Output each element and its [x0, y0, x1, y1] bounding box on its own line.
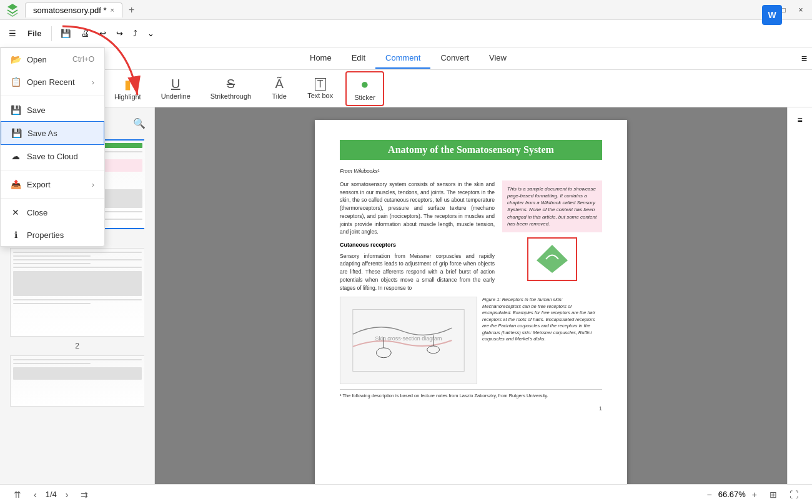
file-menu-label[interactable]: File	[22, 29, 46, 38]
sidebar-search-button[interactable]: 🔍	[129, 115, 149, 132]
more-button[interactable]: ⌄	[144, 26, 158, 41]
save-as-label: Save As	[27, 129, 57, 138]
pdf-source: From Wikibooks¹	[340, 167, 602, 175]
print-button[interactable]: 🖨	[77, 26, 93, 41]
close-icon: ✕	[11, 207, 21, 217]
pdf-pink-note: This is a sample document to showcase pa…	[502, 180, 602, 232]
close-window-button[interactable]: ×	[795, 4, 807, 16]
pdf-figure-area: Skin cross-section diagram Figure 1: Rec…	[340, 297, 602, 384]
open-shortcut: Ctrl+O	[72, 55, 94, 64]
pdf-body1: Sensory information from Meissner corpus…	[340, 252, 495, 292]
strikethrough-tool-button[interactable]: S Strikethrough	[203, 73, 259, 104]
pdf-area[interactable]: W Anatomy of the Somatosensory System Fr…	[155, 107, 787, 484]
file-menu: 📂 Open Ctrl+O 📋 Open Recent › 💾 Save 💾 S…	[0, 47, 105, 247]
menu-item-open[interactable]: 📂 Open Ctrl+O	[1, 48, 104, 71]
bottom-bar: ⇈ ‹ 1/4 › ⇉ − 66.67% + ⊞ ⛶	[0, 484, 812, 504]
open-label: Open	[27, 55, 47, 64]
open-recent-icon: 📋	[11, 77, 21, 87]
underline-tool-button[interactable]: U Underline	[154, 73, 198, 104]
save-cloud-icon: ☁	[11, 151, 21, 161]
tab-title: somatosensory.pdf *	[33, 6, 107, 15]
highlight-label: Highlight	[114, 93, 141, 101]
menu-separator-1	[1, 96, 104, 96]
menu-item-save-to-cloud[interactable]: ☁ Save to Cloud	[1, 145, 104, 167]
tilde-label: Tilde	[272, 92, 287, 100]
zoom-in-button[interactable]: +	[748, 487, 761, 502]
go-last-button[interactable]: ⇉	[77, 487, 92, 502]
strikethrough-label: Strikethrough	[210, 92, 251, 100]
open-recent-arrow: ›	[92, 77, 94, 87]
page-2-preview	[11, 249, 144, 336]
save-label: Save	[27, 106, 46, 115]
open-icon: 📂	[11, 54, 21, 64]
menu-item-open-recent[interactable]: 📋 Open Recent ›	[1, 71, 104, 93]
underline-icon: U	[171, 77, 180, 91]
new-tab-button[interactable]: +	[122, 2, 141, 18]
page-thumb-3[interactable]	[10, 355, 144, 407]
pdf-logo-box	[527, 237, 577, 281]
textbox-tool-button[interactable]: T Text box	[300, 74, 340, 103]
go-next-button[interactable]: ›	[62, 487, 72, 502]
page-3-preview	[11, 356, 144, 406]
zoom-out-button[interactable]: −	[703, 487, 716, 502]
nav-tabs: Home Edit Comment Convert View ≡	[0, 47, 812, 70]
highlight-tool-button[interactable]: ▮ Highlight	[107, 73, 149, 104]
tab-bar: somatosensory.pdf * × +	[25, 2, 760, 18]
sticker-icon: ●	[360, 76, 369, 92]
tab-convert[interactable]: Convert	[430, 48, 479, 69]
tab-home[interactable]: Home	[300, 48, 342, 69]
pdf-figure-caption: Figure 1: Receptors in the human skin: M…	[482, 297, 602, 384]
menu-item-export[interactable]: 📤 Export ›	[1, 173, 104, 195]
go-first-button[interactable]: ⇈	[10, 487, 25, 502]
tab-view[interactable]: View	[479, 48, 517, 69]
menu-item-properties[interactable]: ℹ Properties	[1, 224, 104, 246]
menu-item-save[interactable]: 💾 Save	[1, 99, 104, 121]
go-prev-button[interactable]: ‹	[30, 487, 41, 502]
tab-close-button[interactable]: ×	[111, 6, 114, 14]
share-button[interactable]: ⤴	[129, 26, 141, 41]
page-indicator: 1/4	[46, 490, 57, 499]
undo-button[interactable]: ↩	[96, 26, 110, 41]
underline-label: Underline	[161, 92, 191, 100]
page-2-number: 2	[0, 342, 154, 350]
open-recent-label: Open Recent	[27, 77, 75, 87]
highlight-icon: ▮	[124, 77, 131, 92]
tab-edit[interactable]: Edit	[342, 48, 375, 69]
toolbar: ☰ File 💾 🖨 ↩ ↪ ⤴ ⌄	[0, 20, 812, 47]
tilde-icon: Ã	[275, 77, 284, 91]
export-label: Export	[27, 180, 51, 189]
toolbar-divider-1	[51, 26, 52, 41]
menu-item-close[interactable]: ✕ Close	[1, 201, 104, 224]
pdf-title: Anatomy of the Somatosensory System	[340, 140, 602, 160]
pdf-figure-image: Skin cross-section diagram	[340, 297, 477, 384]
zoom-level: 66.67%	[718, 490, 746, 499]
save-button[interactable]: 💾	[57, 26, 75, 41]
textbox-label: Text box	[307, 92, 333, 99]
properties-icon: ℹ	[11, 230, 21, 240]
menu-button[interactable]: ☰	[5, 26, 20, 41]
sticker-tool-button[interactable]: ● Sticker	[345, 71, 384, 106]
export-icon: 📤	[11, 179, 21, 189]
right-panel: ≡	[787, 107, 812, 484]
pdf-intro: Our somatosensory system consists of sen…	[340, 180, 495, 236]
nav-hamburger[interactable]: ≡	[796, 51, 812, 67]
page-thumb-2[interactable]	[10, 248, 144, 337]
redo-button[interactable]: ↪	[112, 26, 127, 41]
menu-item-save-as[interactable]: 💾 Save As	[1, 121, 104, 145]
textbox-icon: T	[315, 78, 326, 91]
tilde-tool-button[interactable]: Ã Tilde	[264, 73, 295, 104]
pdf-tab[interactable]: somatosensory.pdf * ×	[25, 2, 122, 17]
close-label: Close	[27, 208, 47, 217]
pdf-section1: Cutaneous receptors	[340, 241, 495, 250]
save-icon: 💾	[11, 105, 21, 115]
save-as-icon: 💾	[11, 128, 21, 138]
right-panel-toggle[interactable]: ≡	[793, 112, 806, 127]
comment-toolbar: ✋ Hand ↖ Select ▮ Highlight U Underline …	[0, 70, 812, 107]
tab-comment[interactable]: Comment	[375, 48, 430, 69]
pdf-footnote: ¹ The following description is based on …	[340, 389, 602, 399]
app-logo	[5, 2, 20, 17]
fullscreen-button[interactable]: ⛶	[786, 487, 802, 502]
export-arrow: ›	[92, 180, 94, 189]
fit-page-button[interactable]: ⊞	[766, 487, 781, 502]
properties-label: Properties	[27, 230, 64, 240]
